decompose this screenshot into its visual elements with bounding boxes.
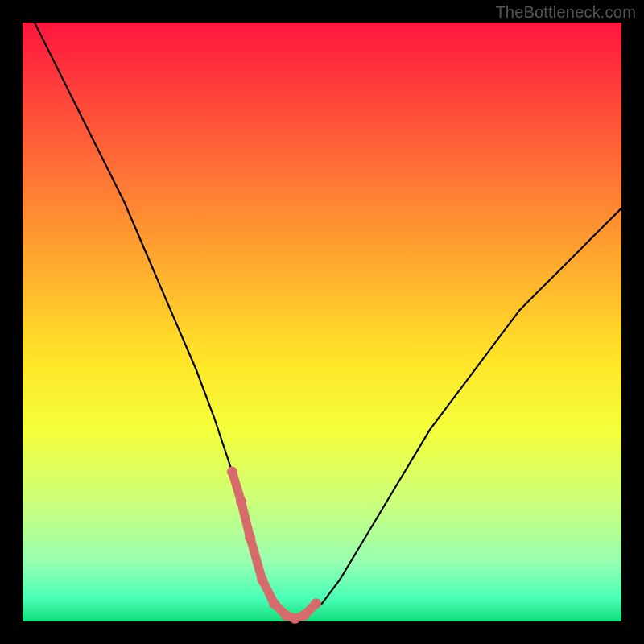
valley-point [227, 467, 237, 477]
valley-point [299, 610, 309, 621]
valley-curve [232, 472, 316, 618]
valley-point [236, 497, 246, 507]
bottleneck-curve [35, 23, 621, 618]
valley-point [269, 598, 279, 609]
valley-point [257, 574, 267, 584]
chart-stage: TheBottleneck.com [0, 0, 644, 644]
valley-point [245, 532, 255, 543]
valley-highlight [227, 467, 321, 624]
valley-point [290, 613, 300, 624]
watermark-text: TheBottleneck.com [495, 3, 636, 22]
valley-point [311, 598, 321, 609]
valley-point [281, 610, 291, 621]
chart-svg [23, 23, 621, 621]
